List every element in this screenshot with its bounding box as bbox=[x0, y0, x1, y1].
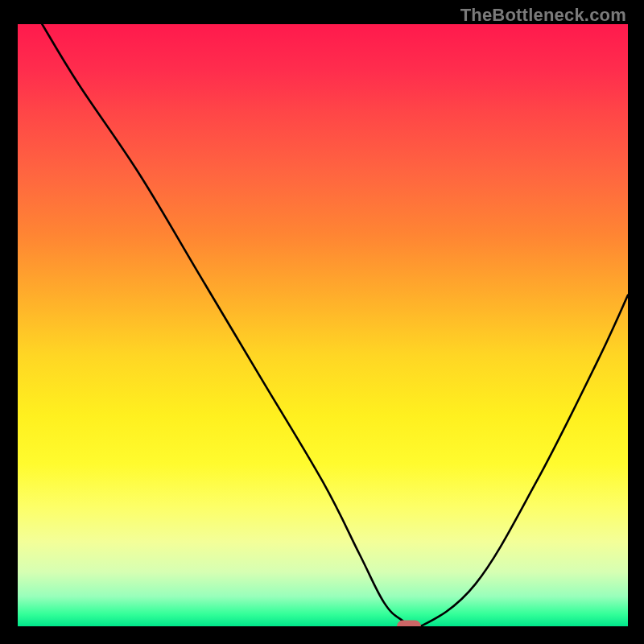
watermark-text: TheBottleneck.com bbox=[460, 5, 626, 26]
line-chart-svg bbox=[18, 24, 628, 626]
optimal-point-marker bbox=[397, 620, 421, 628]
plot-area bbox=[16, 24, 628, 628]
bottleneck-curve-path bbox=[42, 24, 628, 626]
chart-container: TheBottleneck.com bbox=[0, 0, 644, 644]
